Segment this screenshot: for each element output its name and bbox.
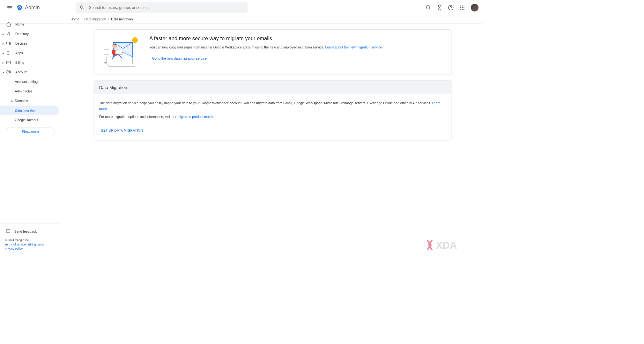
svg-point-9: [460, 9, 461, 10]
privacy-link[interactable]: Privacy Policy: [5, 247, 23, 250]
svg-point-5: [463, 5, 464, 6]
sidebar-item-label: Data migration: [15, 108, 36, 112]
sidebar-item-label: Devices: [15, 41, 27, 45]
section-description: The data migration service helps you eas…: [99, 100, 446, 112]
terms-link[interactable]: Terms of service: [5, 243, 26, 246]
xda-watermark: XDA: [425, 238, 477, 253]
feedback-icon: [6, 229, 11, 234]
breadcrumb: Home › Data migration › Data migration: [0, 15, 482, 23]
sidebar-item-directory[interactable]: ▸ Directory: [0, 29, 59, 39]
at-sign-icon: [6, 69, 11, 75]
svg-point-6: [460, 7, 461, 8]
expand-arrow-icon[interactable]: ▸: [11, 99, 14, 103]
promo-illustration: [101, 35, 140, 69]
menu-button[interactable]: [4, 2, 15, 13]
notifications-button[interactable]: [423, 3, 433, 12]
apps-launcher-button[interactable]: [457, 3, 467, 12]
sidebar-item-label: Directory: [15, 32, 29, 36]
billing-terms-link[interactable]: Billing terms: [28, 243, 44, 246]
sidebar-item-domains[interactable]: ▸ Domains: [0, 96, 59, 106]
svg-point-15: [7, 51, 8, 52]
svg-point-26: [8, 71, 9, 73]
product-name: Admin: [25, 4, 40, 11]
svg-point-10: [462, 9, 463, 10]
expand-arrow-icon[interactable]: ▸: [1, 41, 5, 45]
send-feedback-label: Send feedback: [14, 230, 37, 233]
learn-about-link[interactable]: Learn about the new migration service: [325, 45, 382, 49]
svg-point-8: [463, 7, 464, 8]
send-feedback-button[interactable]: Send feedback: [0, 227, 61, 236]
svg-point-1: [19, 7, 20, 8]
sidebar-item-devices[interactable]: ▸ Devices: [0, 39, 59, 48]
svg-point-7: [462, 7, 463, 8]
sidebar-item-account[interactable]: ▾ Account: [0, 67, 59, 77]
menu-icon: [7, 5, 12, 11]
collapse-arrow-icon[interactable]: ▾: [1, 70, 5, 74]
expand-arrow-icon[interactable]: ▸: [1, 32, 5, 36]
expand-arrow-icon[interactable]: ▸: [1, 61, 5, 64]
devices-icon: [6, 40, 11, 46]
promo-card: A faster and more secure way to migrate …: [94, 29, 452, 75]
promo-description: You can now copy messages from another G…: [149, 45, 444, 50]
hourglass-icon: [436, 5, 442, 11]
search-input[interactable]: [89, 5, 244, 10]
show-more-button[interactable]: Show more: [6, 128, 55, 136]
account-avatar[interactable]: [471, 4, 478, 11]
separator: -: [26, 243, 28, 246]
nav: Home ▸ Directory ▸ Devices ▸ Apps ▸ Bill…: [0, 18, 61, 223]
sidebar-footer: Send feedback © 2024 Google Inc. Terms o…: [0, 223, 61, 258]
data-migration-card: Data Migration The data migration servic…: [94, 80, 452, 140]
sidebar: Home ▸ Directory ▸ Devices ▸ Apps ▸ Bill…: [0, 18, 61, 258]
breadcrumb-data-migration[interactable]: Data migration: [84, 17, 106, 21]
section-title: Data Migration: [99, 85, 446, 90]
sidebar-item-admin-roles[interactable]: Admin roles: [0, 86, 59, 96]
sidebar-item-label: Account settings: [15, 80, 39, 84]
bell-icon: [425, 5, 431, 11]
search-icon: [79, 5, 85, 11]
section-header: Data Migration: [94, 81, 451, 94]
migration-matrix-link[interactable]: migration product matrix: [177, 115, 213, 119]
main-content: A faster and more secure way to migrate …: [61, 24, 482, 140]
svg-rect-34: [115, 50, 122, 54]
promo-title: A faster and more secure way to migrate …: [149, 35, 444, 41]
chevron-right-icon: ›: [81, 17, 82, 21]
svg-point-23: [10, 54, 10, 55]
sidebar-item-home[interactable]: Home: [0, 19, 59, 29]
sidebar-item-label: Account: [15, 70, 27, 74]
credit-card-icon: [6, 60, 11, 65]
svg-point-35: [104, 62, 106, 63]
apps-icon: [6, 50, 11, 56]
svg-rect-24: [7, 61, 11, 64]
breadcrumb-home[interactable]: Home: [70, 17, 79, 21]
expand-arrow-icon[interactable]: ▸: [1, 51, 5, 55]
sidebar-item-label: Google Takeout: [15, 118, 38, 122]
svg-point-17: [10, 51, 10, 52]
chevron-right-icon: ›: [108, 17, 109, 21]
help-button[interactable]: [446, 3, 455, 12]
copyright: © 2024 Google Inc.: [5, 238, 56, 242]
svg-point-18: [7, 53, 8, 53]
header: Admin: [0, 0, 482, 15]
svg-rect-14: [9, 43, 11, 45]
sidebar-item-billing[interactable]: ▸ Billing: [0, 58, 59, 67]
svg-rect-32: [106, 57, 132, 64]
svg-point-12: [8, 32, 9, 34]
sidebar-item-label: Admin roles: [15, 89, 32, 93]
sidebar-item-google-takeout[interactable]: Google Takeout: [0, 115, 59, 125]
go-to-service-link[interactable]: Go to the new data migration service: [149, 55, 210, 62]
svg-point-4: [462, 5, 463, 6]
sidebar-item-account-settings[interactable]: Account settings: [0, 77, 59, 86]
header-actions: [423, 3, 478, 12]
sidebar-item-apps[interactable]: ▸ Apps: [0, 48, 59, 58]
footer-legal: © 2024 Google Inc. Terms of service - Bi…: [0, 236, 61, 255]
person-icon: [6, 31, 11, 37]
home-icon: [6, 21, 11, 27]
search-box[interactable]: [76, 2, 248, 13]
setup-data-migration-button[interactable]: SET UP DATA MIGRATION: [99, 127, 145, 134]
svg-point-19: [8, 53, 9, 53]
logo[interactable]: Admin: [16, 4, 40, 11]
svg-text:XDA: XDA: [436, 240, 457, 251]
sidebar-item-data-migration[interactable]: Data migration: [0, 106, 59, 115]
svg-point-3: [460, 5, 461, 6]
tasks-button[interactable]: [434, 3, 444, 12]
